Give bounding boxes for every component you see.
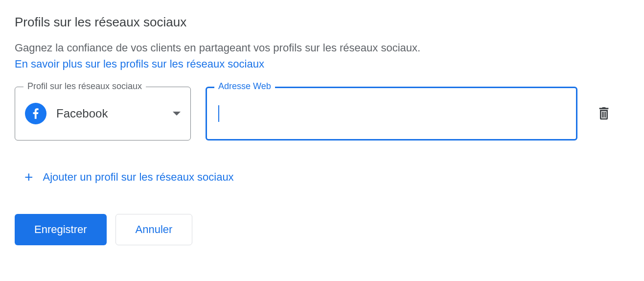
url-input-label: Adresse Web — [214, 81, 275, 92]
action-button-row: Enregistrer Annuler — [15, 214, 629, 245]
plus-icon: + — [24, 170, 33, 185]
description-text: Gagnez la confiance de vos clients en pa… — [15, 40, 629, 56]
url-input-wrapper: Adresse Web — [206, 87, 577, 140]
cancel-button[interactable]: Annuler — [115, 214, 193, 245]
add-profile-label: Ajouter un profil sur les réseaux sociau… — [43, 171, 234, 184]
trash-icon — [596, 105, 612, 121]
select-content: Facebook — [25, 103, 108, 124]
description-block: Gagnez la confiance de vos clients en pa… — [15, 40, 629, 72]
select-value-text: Facebook — [56, 107, 108, 120]
social-select-label: Profil sur les réseaux sociaux — [23, 81, 146, 92]
web-address-input[interactable] — [206, 87, 577, 140]
add-profile-button[interactable]: + Ajouter un profil sur les réseaux soci… — [15, 165, 244, 189]
save-button[interactable]: Enregistrer — [15, 214, 107, 245]
page-title: Profils sur les réseaux sociaux — [15, 15, 629, 30]
chevron-down-icon — [173, 112, 181, 116]
delete-profile-button[interactable] — [592, 101, 616, 126]
social-network-select[interactable]: Facebook — [15, 87, 191, 140]
text-cursor — [218, 105, 219, 122]
facebook-icon — [25, 103, 46, 124]
learn-more-link[interactable]: En savoir plus sur les profils sur les r… — [15, 58, 264, 70]
social-select-wrapper: Profil sur les réseaux sociaux Facebook — [15, 87, 191, 140]
profile-form-row: Profil sur les réseaux sociaux Facebook … — [15, 87, 629, 140]
